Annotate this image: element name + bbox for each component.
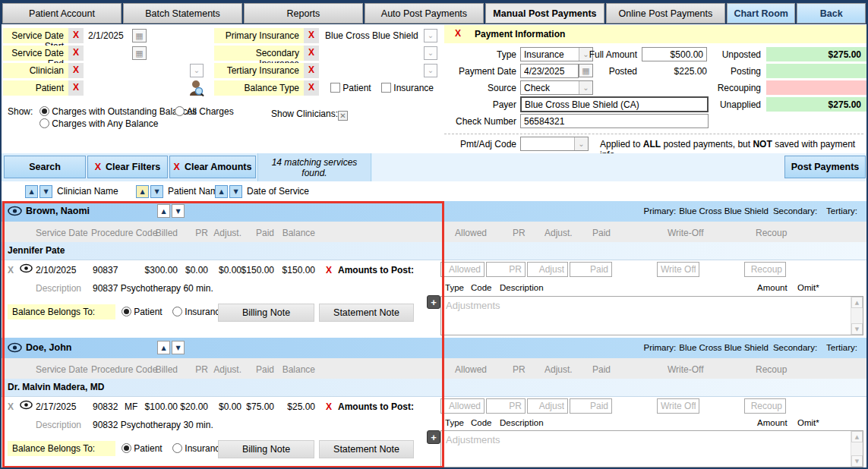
chevron-down-icon[interactable]: ⌄: [574, 137, 588, 150]
billing-note-button[interactable]: Billing Note: [218, 304, 314, 322]
primary-insurance-dropdown[interactable]: ⌄: [424, 29, 437, 42]
billing-note-button[interactable]: Billing Note: [218, 440, 314, 458]
tab-online-post-payments[interactable]: Online Post Payments: [606, 3, 725, 24]
move-patient-up-button[interactable]: ▲: [157, 341, 170, 354]
adjustments-textarea[interactable]: Adjustments ▲ ▼: [440, 296, 863, 335]
service-left-panel: X 2/17/2025 90832 MF $100.00 $20.00 $0.0…: [2, 397, 444, 467]
balance-type-patient-checkbox[interactable]: Patient: [330, 83, 371, 93]
paid-input[interactable]: [570, 262, 612, 277]
clear-amounts-to-post[interactable]: X: [326, 401, 332, 412]
show-clinicians-checkbox[interactable]: ✕: [338, 109, 348, 121]
recoup-input[interactable]: [744, 262, 786, 277]
clear-amounts-button[interactable]: XClear Amounts: [169, 156, 256, 178]
clinician-dropdown[interactable]: ⌄: [190, 64, 204, 77]
scroll-up-icon[interactable]: ▲: [851, 297, 863, 308]
clear-balance-type[interactable]: X: [304, 80, 319, 96]
move-patient-down-button[interactable]: ▼: [172, 341, 185, 354]
insurance-summary: Primary:Blue Cross Blue ShieldSecondary:…: [640, 343, 860, 352]
calendar-icon[interactable]: ▦: [132, 46, 147, 60]
sort-clinician-desc-button[interactable]: ▼: [39, 185, 52, 198]
eye-icon[interactable]: [20, 263, 33, 275]
paid-input[interactable]: [570, 398, 612, 414]
secondary-insurance-dropdown[interactable]: ⌄: [424, 46, 437, 60]
unposted-amount: $275.00: [766, 47, 867, 61]
back-button[interactable]: Back: [797, 3, 866, 24]
sort-date-asc-button[interactable]: ▲: [215, 185, 228, 198]
payer-input[interactable]: [520, 96, 709, 112]
balance-insurance-radio[interactable]: Insurance: [172, 443, 225, 454]
sort-patient-asc-button[interactable]: ▲: [136, 185, 149, 198]
service-date-start-value[interactable]: 2/1/2025: [88, 28, 124, 43]
adjustments-textarea[interactable]: Adjustments ▲ ▼: [440, 430, 863, 467]
tab-manual-post-payments[interactable]: Manual Post Payments: [485, 3, 604, 24]
scroll-down-icon[interactable]: ▼: [851, 323, 863, 335]
chart-room-button[interactable]: Chart Room: [727, 3, 796, 24]
allowed-input[interactable]: [440, 262, 485, 277]
primary-insurance-value[interactable]: Blue Cross Blue Shield: [325, 28, 418, 43]
balance-type-insurance-checkbox[interactable]: Insurance: [381, 83, 434, 93]
pmt-adj-code-select[interactable]: ⌄: [520, 137, 589, 151]
type-label: Type: [444, 49, 516, 60]
eye-icon[interactable]: [8, 342, 22, 355]
sort-date-desc-button[interactable]: ▼: [229, 185, 242, 198]
sort-patient-desc-button[interactable]: ▼: [150, 185, 163, 198]
clear-service-date-end[interactable]: X: [68, 46, 84, 61]
sort-clinician-asc-button[interactable]: ▲: [25, 185, 38, 198]
adjust-input[interactable]: [527, 398, 568, 414]
allowed-input[interactable]: [440, 398, 485, 414]
clear-primary-insurance[interactable]: X: [304, 28, 319, 43]
remove-service-icon[interactable]: X: [8, 401, 14, 412]
clear-secondary-insurance[interactable]: X: [304, 46, 319, 61]
clear-clinician-filter[interactable]: X: [68, 63, 84, 78]
show-all-charges-radio[interactable]: All Charges: [175, 106, 234, 117]
adjust-input[interactable]: [527, 262, 568, 277]
clear-patient-filter[interactable]: X: [68, 80, 84, 96]
move-patient-down-button[interactable]: ▼: [172, 204, 185, 218]
clear-service-date-start[interactable]: X: [68, 28, 84, 43]
payment-date-input[interactable]: [520, 64, 579, 78]
scroll-down-icon[interactable]: ▼: [851, 455, 863, 467]
move-patient-up-button[interactable]: ▲: [157, 204, 170, 218]
pr-input[interactable]: [486, 262, 526, 277]
chevron-down-icon[interactable]: ⌄: [579, 81, 592, 94]
statement-note-button[interactable]: Statement Note: [319, 304, 414, 322]
calendar-icon[interactable]: ▦: [132, 29, 147, 42]
balance-patient-radio[interactable]: Patient: [122, 307, 163, 317]
eye-icon[interactable]: [8, 206, 22, 219]
add-adjustment-button[interactable]: +: [427, 295, 440, 309]
patient-search-icon[interactable]: [188, 79, 205, 99]
recoup-input[interactable]: [744, 398, 786, 414]
source-select[interactable]: Check ⌄: [520, 80, 593, 95]
tab-reports[interactable]: Reports: [244, 3, 363, 24]
eye-icon[interactable]: [20, 400, 33, 412]
clear-tertiary-insurance[interactable]: X: [304, 63, 319, 78]
statement-note-button[interactable]: Statement Note: [319, 440, 414, 458]
scrollbar[interactable]: ▲ ▼: [851, 431, 863, 467]
pr-input[interactable]: [486, 398, 526, 414]
show-any-balance-radio[interactable]: Charges with Any Balance: [39, 118, 158, 129]
scrollbar[interactable]: ▲ ▼: [851, 297, 863, 335]
payment-information-header: X Payment Information: [444, 25, 868, 43]
red-x-icon: X: [73, 65, 79, 75]
tab-auto-post-payments[interactable]: Auto Post Payments: [365, 3, 484, 24]
clinician-name: Dr. Malvin Madera, MD: [8, 382, 104, 392]
tab-batch-statements[interactable]: Batch Statements: [123, 3, 242, 24]
check-number-input[interactable]: [520, 114, 709, 128]
tab-patient-account[interactable]: Patient Account: [2, 3, 122, 24]
show-outstanding-radio[interactable]: Charges with Outstanding Balances: [39, 106, 197, 117]
balance-patient-radio[interactable]: Patient: [122, 443, 163, 454]
clear-filters-button[interactable]: XClear Filters: [87, 156, 168, 178]
write-off-input[interactable]: [657, 262, 699, 277]
write-off-input[interactable]: [657, 398, 699, 414]
balance-insurance-radio[interactable]: Insurance: [172, 307, 225, 317]
scroll-up-icon[interactable]: ▲: [851, 431, 863, 442]
post-payments-button[interactable]: Post Payments: [784, 156, 866, 178]
divider: [444, 134, 863, 134]
full-amount-input[interactable]: [642, 47, 707, 61]
search-button[interactable]: Search: [4, 156, 86, 178]
add-adjustment-button[interactable]: +: [427, 430, 440, 444]
clear-amounts-to-post[interactable]: X: [326, 265, 332, 275]
remove-service-icon[interactable]: X: [8, 265, 14, 275]
clear-payment-info[interactable]: X: [455, 28, 461, 39]
tertiary-insurance-dropdown[interactable]: ⌄: [424, 64, 437, 77]
